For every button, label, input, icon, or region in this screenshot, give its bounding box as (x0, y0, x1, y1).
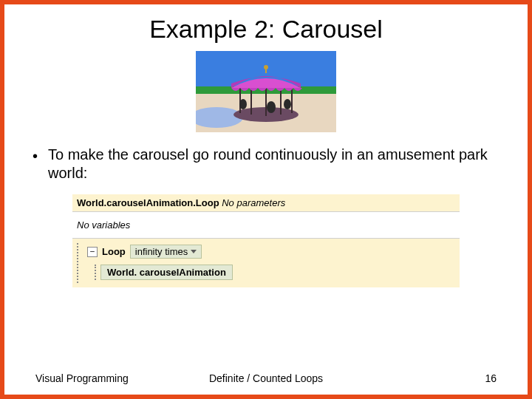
footer-left: Visual Programming (35, 372, 129, 384)
footer-center: Definite / Counted Loops (209, 372, 323, 384)
loop-keyword: Loop (102, 246, 126, 257)
svg-point-12 (284, 99, 291, 109)
svg-point-11 (267, 101, 276, 113)
drop-indicator-inner (95, 265, 96, 280)
method-owner: World. (77, 197, 106, 208)
loop-count-dropdown[interactable]: infinity times (130, 245, 202, 259)
bullet-dot-icon: • (33, 147, 38, 166)
bullet-text: To make the carousel go round continuous… (48, 146, 502, 183)
code-panel: World.carouselAnimation.Loop No paramete… (72, 194, 460, 287)
chevron-down-icon (191, 250, 197, 253)
loop-body: World. carouselAnimation (95, 265, 457, 280)
no-variables-label: No variables (72, 212, 460, 239)
slide: Example 2: Carousel (0, 0, 532, 399)
method-call[interactable]: World. carouselAnimation (100, 265, 233, 280)
slide-footer: Visual Programming Definite / Counted Lo… (4, 372, 528, 384)
method-header: World.carouselAnimation.Loop No paramete… (72, 194, 460, 212)
carousel-illustration (196, 51, 336, 132)
svg-point-10 (239, 99, 247, 109)
slide-title: Example 2: Carousel (4, 15, 528, 44)
collapse-toggle[interactable]: − (87, 247, 98, 257)
method-name: carouselAnimation.Loop (106, 197, 219, 208)
drop-indicator-outer (77, 243, 78, 283)
method-body: − Loop infinity times World. carouselAni… (72, 239, 460, 287)
loop-block: − Loop infinity times World. carouselAni… (87, 245, 457, 280)
loop-header: − Loop infinity times (87, 245, 457, 259)
loop-count-label: infinity times (135, 246, 188, 257)
bullet-item: • To make the carousel go round continuo… (30, 146, 502, 183)
page-number: 16 (485, 372, 497, 384)
no-parameters-label: No parameters (222, 197, 285, 208)
